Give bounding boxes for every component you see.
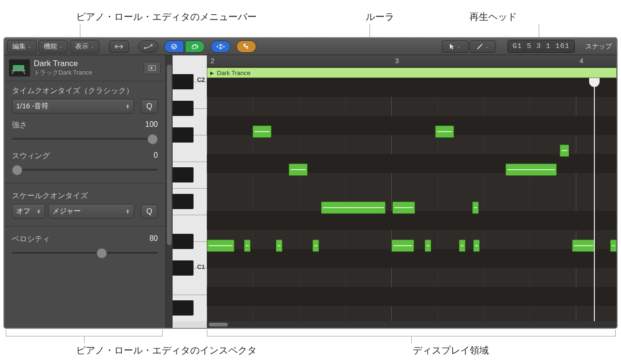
svg-point-5 xyxy=(196,46,197,47)
piano-roll-inspector: Dark Trance トラックDark Trance タイムクオンタイズ（クラ… xyxy=(4,55,166,328)
velocity-value: 80 xyxy=(149,234,158,244)
scale-quantize-value: オフ xyxy=(16,207,30,216)
pointer-tool-group: ⌄ ⌄ xyxy=(442,40,496,53)
midi-note[interactable] xyxy=(207,239,234,252)
swing-value: 0 xyxy=(154,151,158,161)
horizontal-scrollbar[interactable] xyxy=(207,321,617,328)
quantize-button[interactable]: Q xyxy=(141,99,158,114)
track-subtitle: トラックDark Trance xyxy=(34,68,140,77)
collapse-icon[interactable] xyxy=(109,40,129,53)
swing-slider[interactable] xyxy=(12,164,158,175)
time-quantize-section: タイムクオンタイズ（クラシック） 1/16 -音符 ▲▼ Q xyxy=(4,81,165,118)
midi-note[interactable] xyxy=(252,125,272,138)
callout-inspector: ピアノ・ロール・エディタのインスペクタ xyxy=(76,344,257,357)
vertical-scrollbar[interactable] xyxy=(166,55,173,328)
scale-type-value: メジャー xyxy=(52,207,81,216)
callout-menubar: ピアノ・ロール・エディタのメニューバー xyxy=(76,10,257,23)
midi-note[interactable] xyxy=(312,239,319,252)
view-menu-label: 表示 xyxy=(75,42,88,51)
playhead[interactable] xyxy=(594,78,595,321)
region-name: Dark Trance xyxy=(217,69,251,77)
track-name: Dark Trance xyxy=(34,59,140,68)
svg-rect-9 xyxy=(13,65,24,70)
midi-note[interactable] xyxy=(435,125,454,138)
scale-quantize-section: スケールクオンタイズ オフ ▲▼ メジャー ▲▼ Q xyxy=(4,186,165,223)
midi-note[interactable] xyxy=(289,163,308,176)
svg-rect-8 xyxy=(244,46,248,47)
scale-type-select[interactable]: メジャー ▲▼ xyxy=(48,204,134,219)
midi-note[interactable] xyxy=(459,239,466,252)
midi-note[interactable] xyxy=(560,144,569,157)
swing-section: スウィング 0 xyxy=(4,149,165,180)
svg-rect-10 xyxy=(12,70,25,71)
updown-icon: ▲▼ xyxy=(126,104,130,109)
ruler-mark: 2 xyxy=(211,57,214,65)
callout-line xyxy=(411,336,412,343)
piano-keyboard[interactable]: C2 C1 xyxy=(173,55,207,328)
track-instrument-icon xyxy=(9,59,30,77)
ruler[interactable]: 2 3 4 xyxy=(207,55,617,67)
velocity-slider[interactable] xyxy=(12,247,158,259)
midi-note[interactable] xyxy=(392,201,415,214)
midi-note[interactable] xyxy=(321,201,386,214)
svg-line-12 xyxy=(23,71,25,74)
scale-quantize-button[interactable]: Q xyxy=(141,204,158,219)
midi-note[interactable] xyxy=(276,239,282,252)
chevron-down-icon: ⌄ xyxy=(457,44,461,49)
midi-tool-group xyxy=(164,40,205,53)
piano-roll-menubar: 編集 ⌄ 機能 ⌄ 表示 ⌄ xyxy=(4,38,617,55)
catch-playhead-button[interactable] xyxy=(144,61,161,75)
ruler-mark: 4 xyxy=(580,57,583,65)
position-display[interactable]: G1 5 3 1 161 xyxy=(507,40,575,53)
callout-ruler: ルーラ xyxy=(366,10,394,23)
region-header[interactable]: ▶ Dark Trance xyxy=(207,67,617,78)
midi-note[interactable] xyxy=(473,239,480,252)
chevron-down-icon: ⌄ xyxy=(59,44,63,49)
midi-draw-icon[interactable] xyxy=(164,40,184,53)
velocity-label: ベロシティ xyxy=(12,234,50,244)
key-label-c1: C1 xyxy=(197,263,205,270)
time-quantize-label: タイムクオンタイズ（クラシック） xyxy=(12,86,158,96)
bracket xyxy=(6,330,163,336)
display-area: 2 3 4 ▶ Dark Trance xyxy=(207,55,617,328)
midi-in-icon[interactable] xyxy=(138,40,158,53)
edit-menu[interactable]: 編集 ⌄ xyxy=(7,40,37,53)
midi-note[interactable] xyxy=(472,201,479,214)
midi-note[interactable] xyxy=(572,239,595,252)
editor-body: Dark Trance トラックDark Trance タイムクオンタイズ（クラ… xyxy=(4,55,617,328)
strength-slider[interactable] xyxy=(12,133,158,144)
edit-menu-label: 編集 xyxy=(12,42,26,51)
bracket xyxy=(207,330,616,336)
svg-line-11 xyxy=(12,71,14,74)
play-icon: ▶ xyxy=(210,70,214,76)
functions-menu[interactable]: 機能 ⌄ xyxy=(39,40,68,53)
midi-note[interactable] xyxy=(425,239,431,252)
updown-icon: ▲▼ xyxy=(126,209,130,214)
strength-value: 100 xyxy=(145,120,158,130)
scale-quantize-select[interactable]: オフ ▲▼ xyxy=(12,204,45,219)
midi-note[interactable] xyxy=(610,239,617,252)
midi-note[interactable] xyxy=(505,163,557,176)
track-name-block: Dark Trance トラックDark Trance xyxy=(34,59,140,77)
strength-label: 強さ xyxy=(12,120,27,130)
chevron-down-icon: ⌄ xyxy=(28,44,31,49)
pointer-tool[interactable]: ⌄ xyxy=(442,40,468,53)
note-grid[interactable] xyxy=(207,78,617,321)
inspector-header: Dark Trance トラックDark Trance xyxy=(4,55,165,81)
midi-note[interactable] xyxy=(391,239,414,252)
pencil-tool[interactable]: ⌄ xyxy=(469,40,496,53)
callout-display: ディスプレイ領域 xyxy=(413,344,489,357)
scrollbar-thumb[interactable] xyxy=(209,323,228,326)
link-icon[interactable] xyxy=(236,40,256,53)
scrollbar-thumb[interactable] xyxy=(167,65,172,245)
midi-palette-icon[interactable] xyxy=(185,40,205,53)
key-label-c2: C2 xyxy=(197,76,205,83)
time-quantize-value: 1/16 -音符 xyxy=(16,102,49,111)
strength-section: 強さ 100 xyxy=(4,118,165,149)
automation-icon[interactable] xyxy=(211,40,231,53)
midi-note[interactable] xyxy=(244,239,251,252)
snap-menu[interactable]: スナップ xyxy=(583,40,614,53)
time-quantize-select[interactable]: 1/16 -音符 ▲▼ xyxy=(12,99,134,114)
velocity-section: ベロシティ 80 xyxy=(4,230,165,263)
view-menu[interactable]: 表示 ⌄ xyxy=(70,40,99,53)
